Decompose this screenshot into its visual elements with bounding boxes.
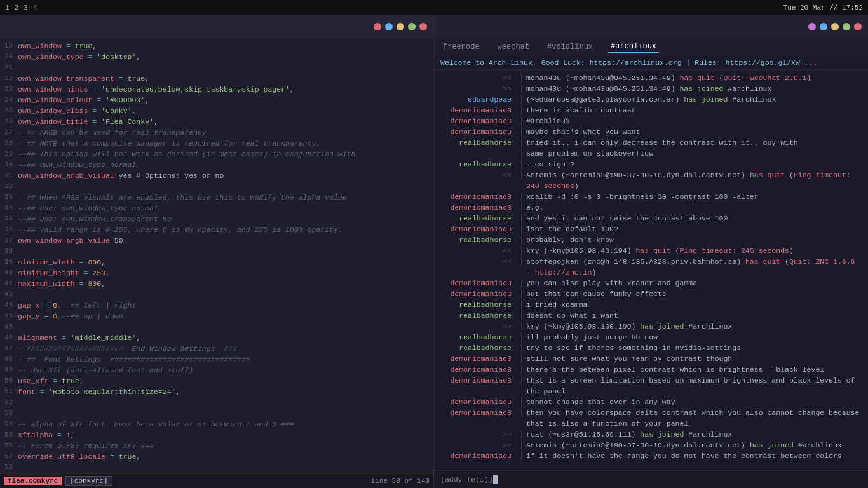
chat-message: demonicmaniac3│e.g.: [434, 202, 868, 213]
chat-message: <<│mohan43u (~mohan43u@045.251.34.49) ha…: [434, 72, 868, 83]
chat-nick: realbadhorse: [440, 159, 517, 170]
code-line: 58: [0, 462, 433, 473]
line-content: --## Use: own_window_type normal: [18, 203, 158, 214]
chat-message: realbadhorse│probably, don't know: [434, 234, 868, 245]
chat-nick: demonicmaniac3: [440, 451, 517, 461]
line-number: 31: [0, 170, 18, 181]
chat-nick: <<: [440, 72, 517, 83]
chat-text: that is a screen limitation based on max…: [526, 375, 862, 396]
line-content: --## This option will not work as desire…: [18, 149, 355, 159]
chat-message: │same problem on stackoverflow: [434, 148, 868, 159]
chat-nick: demonicmaniac3: [440, 288, 517, 299]
dot-close[interactable]: [374, 23, 381, 30]
code-line: 32: [0, 181, 433, 192]
line-number: 21: [0, 62, 18, 73]
chat-text: probably, don't know: [526, 234, 862, 245]
chat-text: there's the between pixel contrast which…: [526, 364, 862, 375]
chat-text: try to see if theres something in nvidia…: [526, 342, 862, 353]
tab-weechat[interactable]: weechat: [495, 41, 532, 53]
chat-separator: │: [517, 116, 526, 126]
code-line: 45: [0, 322, 433, 332]
chat-pane: freenode weechat #voidlinux #archlinux W…: [434, 15, 868, 488]
chat-nick: demonicmaniac3: [440, 116, 517, 126]
chat-nick: demonicmaniac3: [440, 105, 517, 116]
code-line: 37own_window_argb_value 50: [0, 235, 433, 246]
chat-separator: │: [517, 105, 526, 116]
tab-2[interactable]: 2: [15, 4, 19, 11]
editor-content[interactable]: 19own_window = true,20own_window_type = …: [0, 38, 433, 474]
chat-text: (~eduardoea@gate3.playcomla.com.ar) has …: [526, 94, 862, 105]
chat-nick: >>: [440, 321, 517, 332]
line-number: 53: [0, 408, 18, 419]
dot-green: [408, 23, 416, 30]
tab-1[interactable]: 1: [5, 4, 10, 11]
code-line: 30--## own_window_type normal: [0, 159, 433, 170]
tab-3[interactable]: 3: [24, 4, 28, 11]
chat-message: realbadhorse│tried it.. i can only decre…: [434, 137, 868, 148]
line-number: 29: [0, 149, 18, 159]
chat-message: demonicmaniac3│if it doesn't have the ra…: [434, 451, 868, 461]
chat-nick: demonicmaniac3: [440, 191, 517, 202]
line-content: own_window_hints = 'undecorated,below,sk…: [18, 84, 294, 95]
chat-welcome: Welcome to Arch Linux, Good Luck: https:…: [434, 56, 868, 70]
chat-input-bar[interactable]: [addy-fe(i)]: [434, 470, 868, 488]
code-line: 19own_window = true,: [0, 41, 433, 51]
chat-nick: <<: [440, 170, 517, 191]
line-number: 42: [0, 289, 18, 300]
tab-freenode[interactable]: freenode: [440, 41, 482, 53]
chat-tabs[interactable]: freenode weechat #voidlinux #archlinux: [434, 38, 868, 56]
chat-text: there is xcalib -contrast: [526, 105, 862, 116]
chat-text: and yes it can not raise the contast abo…: [526, 213, 862, 224]
code-line: 26own_window_title = 'Flea Conky',: [0, 116, 433, 127]
line-number: 48: [0, 354, 18, 365]
chat-nick: realbadhorse: [440, 332, 517, 342]
chat-nick: realbadhorse: [440, 299, 517, 310]
chat-text: cannot change that ever in any way: [526, 396, 862, 407]
chat-text: kmy (~kmy@105.98.40.194) has quit (Ping …: [526, 245, 862, 256]
chat-nick: eduardpeae: [440, 94, 517, 105]
chat-nick: demonicmaniac3: [440, 353, 517, 364]
chat-nick: realbadhorse: [440, 213, 517, 224]
line-content: --###################### End Window Sett…: [18, 343, 237, 354]
line-content: gap_y = 0,--## up | down: [18, 311, 123, 322]
chat-messages: <<│mohan43u (~mohan43u@045.251.34.49) ha…: [434, 70, 868, 470]
line-number: 59: [0, 473, 18, 474]
chat-text: kmy (~kmy@105.98.100.199) has joined #ar…: [526, 321, 862, 332]
code-line: 28--## NOTE that a composite manager is …: [0, 138, 433, 149]
chat-separator: │: [517, 83, 526, 94]
chat-separator: │: [517, 321, 526, 332]
status-filename: flea.conkyrc: [4, 477, 62, 485]
tab-voidlinux[interactable]: #voidlinux: [545, 41, 595, 53]
chat-message: demonicmaniac3│still not sure what you m…: [434, 353, 868, 364]
chat-separator: │: [517, 94, 526, 105]
code-line: 38: [0, 246, 433, 257]
tab-archlinux[interactable]: #archlinux: [608, 41, 659, 53]
line-number: 39: [0, 257, 18, 268]
line-content: own_window_type = 'desktop',: [18, 51, 140, 62]
line-number: 30: [0, 159, 18, 170]
chat-cursor: [493, 475, 498, 484]
code-line: 35--## Use: own_window_transparent no: [0, 214, 433, 224]
line-number: 19: [0, 41, 18, 51]
workspace-tabs[interactable]: 1 2 3 4: [5, 4, 37, 11]
clock: Tue 20 Mar // 17:52: [783, 4, 863, 11]
dot-min[interactable]: [385, 23, 393, 30]
line-number: 20: [0, 51, 18, 62]
line-number: 56: [0, 440, 18, 451]
line-content: xftalpha = 1,: [18, 430, 75, 440]
chat-text: #archlinux: [526, 116, 862, 126]
chat-separator: │: [517, 288, 526, 299]
code-line: 47--###################### End Window Se…: [0, 343, 433, 354]
line-content: -- Force UTF8? requires XFT ###: [18, 440, 154, 451]
line-number: 24: [0, 95, 18, 105]
code-line: 33--## When ARGB visuals are enabled, th…: [0, 192, 433, 203]
chat-text: maybe that's what you want: [526, 126, 862, 137]
tab-4[interactable]: 4: [33, 4, 37, 11]
line-number: 27: [0, 127, 18, 138]
chat-text: tried it.. i can only decrease the contr…: [526, 137, 862, 148]
chat-text: e.g.: [526, 202, 862, 213]
line-content: own_window_title = 'Flea Conky',: [18, 116, 158, 127]
editor-titlebar: [0, 15, 433, 38]
chat-separator: │: [517, 353, 526, 364]
chat-separator: │: [517, 332, 526, 342]
